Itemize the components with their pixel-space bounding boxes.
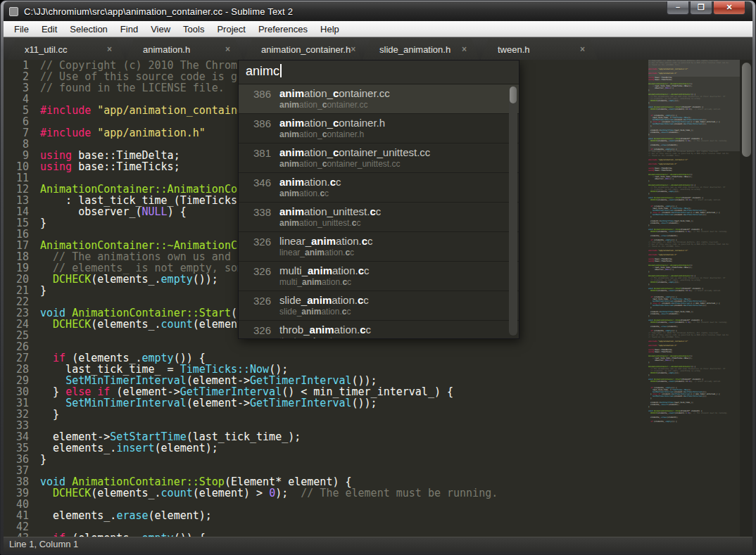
minimize-button[interactable]: –	[667, 1, 689, 15]
line-number: 40	[8, 499, 40, 510]
result-filename: multi_animation.cc	[279, 264, 370, 277]
line-number: 3	[8, 82, 40, 94]
line-number: 30	[8, 386, 40, 397]
maximize-button[interactable]: ❐	[690, 1, 712, 15]
code-line: 31 SetMinTimerInterval(element->GetTimer…	[8, 397, 647, 409]
tab-close-icon[interactable]: ×	[462, 44, 467, 54]
menu-item-view[interactable]: View	[144, 22, 177, 37]
line-number: 4	[8, 94, 40, 105]
sublime-window: C:\JJ\chromium\src\app\animation_contain…	[0, 0, 756, 555]
tab-label: animation.h	[143, 44, 190, 55]
code-line: 40	[8, 499, 647, 510]
line-number: 34	[8, 431, 40, 442]
app-icon	[9, 7, 18, 16]
menu-item-tools[interactable]: Tools	[177, 22, 210, 37]
tab-x11_util.cc[interactable]: x11_util.cc×	[8, 39, 125, 60]
code-line: 38void AnimationContainer::Stop(Element*…	[8, 476, 647, 487]
tab-label: x11_util.cc	[25, 44, 67, 55]
code-line: 34 element->SetStartTime(last_tick_time_…	[8, 431, 647, 442]
tab-label: animation_container.h	[261, 44, 351, 55]
tab-label: tween.h	[498, 44, 530, 55]
result-filepath: animation_unittest.cc	[279, 218, 381, 229]
menu-item-selection[interactable]: Selection	[63, 22, 113, 37]
code-line: 28 last_tick_time_ = TimeTicks::Now();	[8, 364, 647, 375]
code-line: 26	[8, 341, 647, 352]
line-number: 25	[8, 330, 40, 341]
match-score: 326	[246, 235, 271, 261]
tab-animation_container.h[interactable]: animation_container.h×	[244, 39, 361, 60]
title-bar[interactable]: C:\JJ\chromium\src\app\animation_contain…	[4, 1, 752, 21]
results-scrollbar-thumb[interactable]	[510, 87, 517, 103]
line-number: 43	[8, 532, 40, 537]
line-number: 8	[8, 139, 40, 150]
editor-scrollbar[interactable]	[740, 60, 752, 537]
editor-area[interactable]: 1// Copyright (c) 2010 The Chromium Auth…	[4, 60, 752, 537]
line-number: 41	[8, 510, 40, 521]
goto-result-item[interactable]: 326linear_animation.cclinear_animation.c…	[239, 232, 519, 262]
tab-close-icon[interactable]: ×	[107, 44, 112, 54]
line-number: 11	[8, 172, 40, 184]
minimap[interactable]: // Copyright (c) 2010 The Chromium Autho…	[648, 60, 740, 537]
match-score: 326	[246, 294, 271, 320]
goto-result-item[interactable]: 346animation.ccanimation.cc	[239, 173, 519, 203]
line-number: 1	[8, 60, 40, 71]
goto-result-item[interactable]: 386animation_container.hanimation_contai…	[239, 114, 519, 143]
match-score: 346	[246, 176, 271, 202]
tab-close-icon[interactable]: ×	[225, 44, 230, 54]
result-filepath: slide_animation.cc	[279, 307, 369, 317]
editor-scrollbar-thumb[interactable]	[742, 63, 751, 157]
window-title: C:\JJ\chromium\src\app\animation_contain…	[24, 6, 293, 17]
line-number: 39	[8, 487, 40, 499]
goto-result-item[interactable]: 326slide_animation.ccslide_animation.cc	[239, 291, 519, 321]
tab-label: slide_animation.h	[379, 44, 451, 55]
result-filename: animation_unittest.cc	[279, 205, 381, 218]
tab-close-icon[interactable]: ×	[351, 44, 355, 54]
result-filepath: throb_animation.cc	[279, 336, 371, 338]
line-number: 6	[8, 116, 40, 127]
goto-result-item[interactable]: 326multi_animation.ccmulti_animation.cc	[239, 262, 519, 291]
line-number: 15	[8, 217, 40, 229]
line-number: 29	[8, 375, 40, 386]
menu-item-edit[interactable]: Edit	[35, 22, 63, 37]
tab-slide_animation.h[interactable]: slide_animation.h×	[363, 39, 479, 60]
line-number: 2	[8, 71, 40, 82]
text-caret	[280, 64, 282, 77]
goto-result-item[interactable]: 381animation_container_unittest.ccanimat…	[239, 143, 519, 173]
menu-item-project[interactable]: Project	[210, 22, 251, 37]
goto-result-item[interactable]: 326throb_animation.ccthrob_animation.cc	[239, 321, 519, 338]
menu-item-file[interactable]: File	[8, 22, 35, 37]
tab-close-icon[interactable]: ×	[580, 44, 585, 54]
result-filename: throb_animation.cc	[279, 324, 371, 336]
result-filename: animation_container.cc	[279, 87, 390, 100]
line-number: 37	[8, 465, 40, 476]
result-filename: animation_container_unittest.cc	[279, 146, 430, 159]
code-line: 42	[8, 521, 647, 532]
tab-animation.h[interactable]: animation.h×	[126, 39, 243, 60]
menu-item-help[interactable]: Help	[314, 22, 346, 37]
goto-anything-input[interactable]: animc	[239, 60, 519, 84]
status-bar: Line 1, Column 1	[4, 537, 752, 551]
code-line: 32 }	[8, 409, 647, 420]
tab-tween.h[interactable]: tween.h×	[481, 39, 598, 60]
code-line: 41 elements_.erase(element);	[8, 510, 647, 521]
match-score: 381	[246, 146, 271, 172]
code-line: 29 SetMinTimerInterval(element->GetTimer…	[8, 375, 647, 386]
menu-item-preferences[interactable]: Preferences	[252, 22, 314, 37]
code-line: 39 DCHECK(elements_.count(element) > 0);…	[8, 487, 647, 499]
results-scrollbar[interactable]	[509, 86, 517, 336]
line-number: 26	[8, 341, 40, 352]
line-number: 33	[8, 420, 40, 431]
close-button[interactable]: ✕	[713, 1, 745, 15]
line-number: 31	[8, 397, 40, 409]
result-filepath: animation.cc	[279, 189, 341, 199]
menu-item-find[interactable]: Find	[114, 22, 144, 37]
goto-result-item[interactable]: 386animation_container.ccanimation_conta…	[239, 84, 519, 114]
line-number: 12	[8, 184, 40, 195]
line-number: 14	[8, 206, 40, 217]
code-line: 36}	[8, 454, 647, 465]
line-number: 9	[8, 150, 40, 161]
goto-result-item[interactable]: 338animation_unittest.ccanimation_unitte…	[239, 203, 519, 232]
line-number: 22	[8, 296, 40, 307]
line-number: 16	[8, 229, 40, 240]
line-number: 23	[8, 307, 40, 319]
